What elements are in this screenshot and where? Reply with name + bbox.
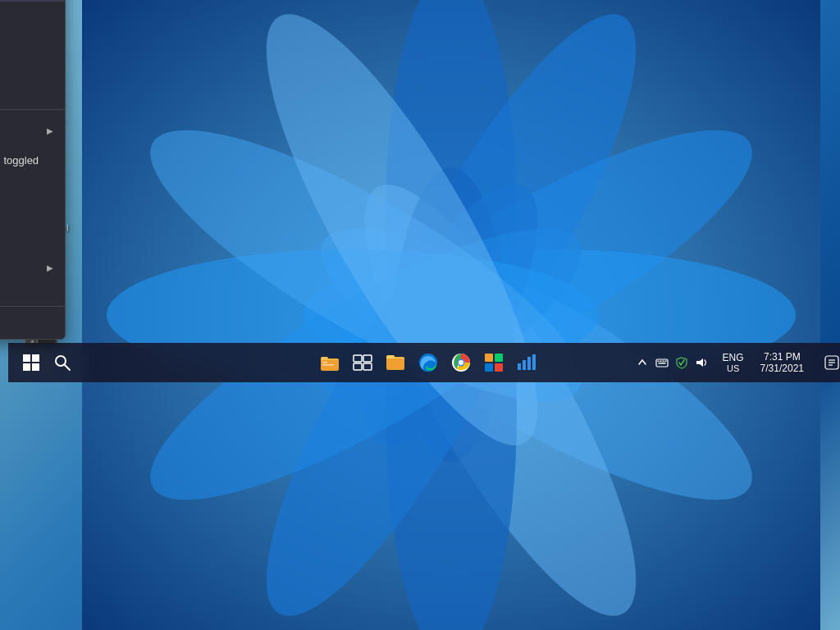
menu-item-exit[interactable]: Exit — [0, 309, 65, 336]
menu-item-screensnap[interactable]: ✓ ScreenSnap — [0, 232, 65, 256]
exit-label: Exit — [0, 317, 53, 329]
taskbar-chrome[interactable] — [446, 348, 476, 377]
menu-item-sound-effect[interactable]: Sound Effect ▶ — [0, 256, 65, 280]
svg-line-68 — [65, 365, 71, 371]
menu-item-send-feedback[interactable]: Send Feedback... — [0, 54, 65, 80]
minimal-mode-label: Minimal Mode — [0, 214, 53, 226]
svg-rect-71 — [322, 364, 334, 366]
svg-rect-87 — [527, 357, 531, 370]
menu-item-always-top[interactable]: Always on top — [0, 185, 65, 208]
context-menu: ? Online Help Edit License... abc Langua… — [0, 0, 66, 340]
svg-rect-93 — [664, 361, 666, 363]
tray-keyboard-icon[interactable] — [654, 354, 670, 371]
taskbar-right: ENG US 7:31 PM 7/31/2021 — [628, 343, 840, 382]
svg-marker-95 — [696, 358, 703, 367]
svg-rect-63 — [23, 354, 30, 362]
taskbar-store[interactable] — [479, 348, 509, 377]
menu-item-always-show[interactable]: Always show when toggled on — [0, 148, 65, 185]
taskbar-explorer2[interactable] — [381, 348, 410, 377]
svg-rect-73 — [363, 355, 372, 362]
svg-rect-92 — [662, 361, 664, 363]
svg-rect-81 — [485, 354, 493, 362]
svg-rect-72 — [354, 355, 362, 362]
svg-rect-65 — [23, 363, 30, 371]
lang-code: ENG — [723, 352, 744, 363]
send-feedback-label: Send Feedback... — [0, 62, 53, 74]
svg-rect-85 — [518, 363, 521, 370]
start-button[interactable] — [15, 346, 48, 379]
tray-security-icon[interactable] — [673, 354, 690, 371]
reset-defaults-label: Reset to Defaults — [0, 285, 53, 298]
svg-rect-74 — [354, 363, 362, 370]
lang-region: US — [727, 363, 739, 373]
wallpaper-art — [82, 0, 820, 630]
menu-item-language[interactable]: abc Language... — [0, 28, 65, 54]
svg-rect-91 — [660, 361, 661, 363]
taskbar-file-explorer[interactable] — [315, 348, 345, 377]
language-indicator[interactable]: ENG US — [718, 352, 749, 373]
show-hidden-icons-button[interactable] — [634, 354, 651, 371]
screensnap-label: ScreenSnap — [0, 238, 53, 250]
menu-item-show-status[interactable]: Show when status changes ▶ — [0, 112, 65, 148]
taskbar-clock[interactable]: 7:31 PM 7/31/2021 — [751, 343, 814, 382]
system-tray — [628, 354, 716, 371]
clock-date: 7/31/2021 — [760, 363, 804, 374]
svg-rect-84 — [495, 363, 503, 372]
svg-rect-86 — [523, 360, 526, 370]
sound-effect-arrow: ▶ — [47, 263, 53, 272]
svg-rect-66 — [32, 363, 39, 371]
menu-separator-2 — [0, 306, 65, 307]
tray-volume-icon[interactable] — [693, 354, 710, 371]
svg-rect-70 — [322, 362, 327, 363]
search-button[interactable] — [48, 348, 77, 377]
sound-effect-label: Sound Effect — [0, 262, 39, 274]
always-top-label: Always on top — [0, 190, 53, 203]
menu-item-reset-defaults[interactable]: Reset to Defaults — [0, 280, 65, 304]
about-label: About... — [0, 88, 53, 100]
taskbar-center-icons — [315, 348, 541, 377]
menu-item-edit-license[interactable]: Edit License... — [0, 2, 65, 28]
svg-rect-88 — [532, 354, 536, 370]
language-label: Language... — [0, 35, 53, 48]
svg-rect-94 — [658, 363, 665, 364]
show-status-arrow: ▶ — [47, 126, 53, 135]
svg-rect-64 — [32, 354, 39, 362]
desktop-icons-container: This PC ♻ Recycle Bin — [8, 8, 74, 382]
notification-center-button[interactable] — [815, 343, 840, 382]
taskbar-edge[interactable] — [413, 348, 443, 377]
svg-rect-82 — [495, 354, 503, 362]
edit-license-label: Edit License... — [0, 9, 53, 21]
svg-rect-75 — [363, 363, 372, 370]
taskbar-mail[interactable] — [512, 348, 541, 377]
svg-rect-83 — [485, 363, 493, 372]
svg-rect-76 — [386, 357, 404, 370]
taskbar: ENG US 7:31 PM 7/31/2021 — [8, 343, 840, 382]
menu-separator-1 — [0, 109, 65, 110]
show-status-label: Show when status changes — [0, 118, 39, 143]
clock-time: 7:31 PM — [764, 351, 801, 363]
menu-item-about[interactable]: i About... — [0, 80, 65, 107]
svg-rect-90 — [657, 361, 659, 363]
desktop: This PC ♻ Recycle Bin — [0, 0, 840, 630]
taskbar-task-view[interactable] — [348, 348, 377, 377]
svg-point-80 — [459, 360, 463, 365]
menu-item-minimal-mode[interactable]: Minimal Mode — [0, 208, 65, 232]
always-show-label: Always show when toggled on — [0, 154, 53, 179]
